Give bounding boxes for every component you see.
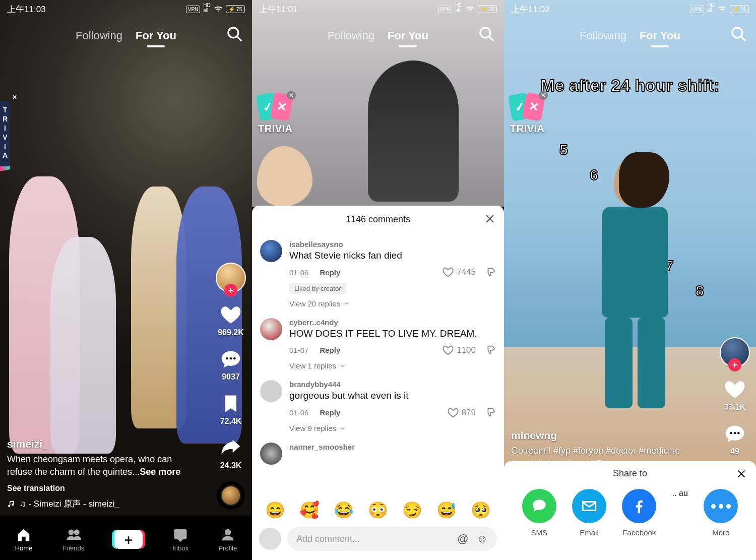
figure-placeholder (368, 60, 459, 202)
search-button[interactable] (226, 25, 243, 44)
dislike-comment-button[interactable] (485, 344, 496, 356)
add-comment-input[interactable]: Add comment... @☺ (287, 527, 497, 551)
tab-for-you[interactable]: For You (640, 29, 680, 42)
svg-point-0 (228, 28, 238, 38)
comments-header: 1146 comments (252, 206, 504, 233)
like-button[interactable]: 33.1K (724, 379, 746, 412)
share-sms[interactable]: SMS (522, 489, 556, 537)
nav-profile[interactable]: Profile (218, 527, 237, 552)
view-replies[interactable]: View 1 replies (289, 361, 496, 370)
commenter-avatar[interactable] (260, 380, 282, 402)
battery-indicator: ⚡76 (730, 5, 749, 13)
dislike-comment-button[interactable] (485, 406, 496, 419)
tab-following[interactable]: Following (580, 29, 626, 42)
share-email[interactable]: Email (572, 489, 606, 537)
status-time: 上午11:02 (511, 4, 550, 15)
share-button[interactable]: 24.3K (220, 437, 242, 470)
tab-for-you[interactable]: For You (388, 29, 428, 42)
author-avatar[interactable]: + (720, 337, 750, 367)
music-info[interactable]: ♫ - Simeizi 原声 - simeizi_ (7, 498, 192, 510)
view-replies[interactable]: View 20 replies (289, 299, 496, 308)
hd-indicator: HDall (455, 3, 462, 13)
emoji-icon[interactable]: ☺ (477, 532, 488, 545)
share-more[interactable]: More (704, 489, 738, 537)
reply-button[interactable]: Reply (320, 346, 340, 354)
share-row: SMS Email Facebook.. auMore (504, 486, 756, 540)
svg-point-9 (480, 28, 490, 38)
tab-for-you[interactable]: For You (136, 29, 176, 42)
nav-home[interactable]: Home (15, 527, 33, 552)
follow-plus-icon[interactable]: + (224, 284, 237, 297)
svg-point-13 (730, 432, 732, 434)
commenter-name[interactable]: nanner_smoosher (289, 443, 496, 451)
search-button[interactable] (478, 25, 495, 44)
self-avatar[interactable] (259, 528, 281, 550)
dislike-comment-button[interactable] (485, 266, 496, 279)
nav-inbox[interactable]: Inbox (172, 527, 188, 552)
emoji-option[interactable]: 😏 (402, 501, 422, 520)
add-comment-row: Add comment... @☺ (252, 524, 504, 560)
author-avatar[interactable]: + (216, 263, 246, 293)
nav-create[interactable]: ＋ (114, 530, 143, 549)
mention-icon[interactable]: @ (457, 532, 468, 545)
tab-following[interactable]: Following (76, 29, 122, 42)
follow-plus-icon[interactable]: + (728, 358, 741, 371)
status-time: 上午11:01 (259, 4, 298, 15)
feed-tabs: Following For You (580, 29, 680, 42)
trivia-side-tab[interactable]: ✕ TRIVIA (0, 101, 10, 167)
emoji-quick-row: 😄 🥰 😂 😳 😏 😅 🥺 (252, 495, 504, 524)
commenter-name[interactable]: isabellesaysno (289, 240, 496, 248)
close-icon[interactable]: ✕ (11, 94, 18, 102)
like-comment-button[interactable]: 7445 (443, 267, 476, 278)
close-comments-button[interactable] (484, 213, 496, 227)
search-button[interactable] (730, 25, 747, 44)
placeholder-text: Add comment... (296, 534, 360, 544)
close-share-button[interactable] (736, 468, 747, 482)
svg-point-15 (737, 432, 739, 434)
reply-button[interactable]: Reply (320, 408, 340, 417)
caption-text[interactable]: When cheongsam meets opera, who can refu… (7, 453, 192, 478)
comment-button[interactable]: 49 (724, 423, 746, 456)
svg-point-6 (75, 530, 79, 534)
comment-date: 01-07 (289, 346, 308, 354)
battery-indicator: ⚡76 (478, 5, 497, 13)
emoji-option[interactable]: 😳 (368, 501, 388, 520)
emoji-option[interactable]: 😄 (265, 501, 285, 520)
emoji-option[interactable]: 🥰 (299, 501, 320, 520)
comment-date: 01-06 (289, 408, 308, 417)
commenter-name[interactable]: brandybby444 (289, 380, 496, 389)
wifi-icon (718, 5, 727, 14)
emoji-option[interactable]: 😅 (436, 501, 457, 520)
save-button[interactable]: 72.4K (220, 393, 242, 426)
comment-button[interactable]: 9037 (220, 348, 242, 382)
see-more[interactable]: See more (140, 467, 180, 477)
nav-friends[interactable]: Friends (62, 527, 84, 552)
like-comment-button[interactable]: 1100 (443, 345, 476, 356)
author-username[interactable]: mlnewng (511, 429, 701, 442)
svg-line-12 (741, 37, 746, 41)
share-header: Share to (504, 468, 756, 486)
commenter-avatar[interactable] (260, 318, 282, 340)
like-comment-button[interactable]: 879 (448, 407, 476, 418)
commenter-avatar[interactable] (260, 443, 282, 465)
share-facebook[interactable]: Facebook (622, 489, 656, 537)
reply-button[interactable]: Reply (320, 268, 340, 277)
trivia-badge[interactable]: ✓ ✕ ✕ TRIVIA (510, 94, 545, 135)
screen-comments: 上午11:01 VPN HDall ⚡76 Following For You … (252, 0, 504, 560)
close-icon[interactable]: ✕ (287, 91, 296, 100)
view-replies[interactable]: View 9 replies (289, 424, 496, 432)
close-icon[interactable]: ✕ (539, 91, 548, 100)
emoji-option[interactable]: 🥺 (471, 501, 491, 520)
tab-following[interactable]: Following (328, 29, 374, 42)
like-button[interactable]: 969.2K (218, 304, 244, 337)
trivia-badge[interactable]: ✓ ✕ ✕ TRIVIA (258, 94, 293, 135)
comments-list[interactable]: isabellesaysno What Stevie nicks fan die… (252, 233, 504, 495)
commenter-name[interactable]: cyberr..c4ndy (289, 318, 496, 327)
see-translation[interactable]: See translation (7, 484, 192, 493)
emoji-option[interactable]: 😂 (334, 501, 354, 520)
comment-date: 01-06 (289, 268, 308, 277)
author-username[interactable]: simeizi_ (7, 438, 192, 450)
screen-feed-1: 上午11:03 VPN HDall ⚡75 Following For You … (0, 0, 252, 560)
sound-disc[interactable] (217, 481, 245, 510)
commenter-avatar[interactable] (260, 240, 282, 262)
